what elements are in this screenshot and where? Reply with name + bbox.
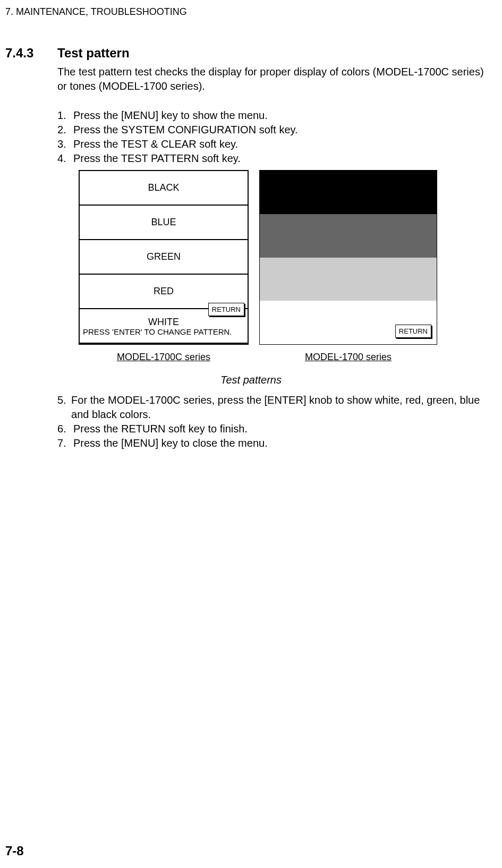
step-number: 2.	[57, 123, 73, 137]
return-button[interactable]: RETURN	[208, 303, 244, 316]
color-row-blue: BLUE	[80, 206, 248, 240]
steps-list-1: 1.Press the [MENU] key to show the menu.…	[57, 108, 298, 166]
page-number: 7-8	[5, 844, 24, 858]
step-item: 4.Press the TEST PATTERN soft key.	[57, 151, 298, 166]
color-row-green: GREEN	[80, 240, 248, 275]
page-header: 7. MAINTENANCE, TROUBLESHOOTING	[5, 6, 187, 18]
tone-lightgray	[260, 258, 437, 301]
step-text: Press the [MENU] key to close the menu.	[73, 436, 268, 450]
test-pattern-panel-tone: RETURN	[259, 170, 437, 345]
step-text: Press the TEST & CLEAR soft key.	[73, 137, 238, 151]
intro-paragraph: The test pattern test checks the display…	[57, 65, 493, 93]
step-item: 6.Press the RETURN soft key to finish.	[57, 422, 498, 436]
step-item: 3.Press the TEST & CLEAR soft key.	[57, 137, 298, 151]
section-title: Test pattern	[57, 46, 130, 61]
step-text: Press the SYSTEM CONFIGURATION soft key.	[73, 123, 298, 137]
step-text: For the MODEL-1700C series, press the [E…	[71, 393, 498, 422]
step-number: 3.	[57, 137, 73, 151]
step-text: Press the TEST PATTERN soft key.	[73, 151, 241, 166]
section-heading-row: 7.4.3 Test pattern	[5, 46, 130, 61]
model-label-left: MODEL-1700C series	[79, 352, 249, 363]
white-label: WHITE	[148, 317, 179, 328]
figure-area: BLACK BLUE GREEN RED WHITE PRESS 'ENTER'…	[79, 170, 440, 345]
test-pattern-panel-color: BLACK BLUE GREEN RED WHITE PRESS 'ENTER'…	[79, 170, 249, 345]
figure-caption: Test patterns	[0, 374, 502, 386]
return-button[interactable]: RETURN	[395, 325, 431, 338]
steps-list-2: 5.For the MODEL-1700C series, press the …	[57, 393, 498, 450]
press-enter-text: PRESS 'ENTER' TO CHANGE PATTERN.	[80, 328, 248, 339]
model-labels-row: MODEL-1700C series MODEL-1700 series	[79, 352, 440, 363]
step-item: 1.Press the [MENU] key to show the menu.	[57, 108, 298, 123]
step-number: 7.	[57, 436, 73, 450]
step-item: 2.Press the SYSTEM CONFIGURATION soft ke…	[57, 123, 298, 137]
step-number: 6.	[57, 422, 73, 436]
step-item: 7.Press the [MENU] key to close the menu…	[57, 436, 498, 450]
color-row-black: BLACK	[80, 171, 248, 206]
section-number: 7.4.3	[5, 46, 57, 61]
model-label-right: MODEL-1700 series	[259, 352, 437, 363]
tone-black	[260, 171, 437, 214]
tone-darkgray	[260, 214, 437, 258]
step-number: 5.	[57, 393, 71, 422]
step-number: 4.	[57, 151, 73, 166]
tone-white: RETURN	[260, 301, 437, 344]
step-text: Press the [MENU] key to show the menu.	[73, 108, 268, 123]
step-text: Press the RETURN soft key to finish.	[73, 422, 248, 436]
step-item: 5.For the MODEL-1700C series, press the …	[57, 393, 498, 422]
step-number: 1.	[57, 108, 73, 123]
